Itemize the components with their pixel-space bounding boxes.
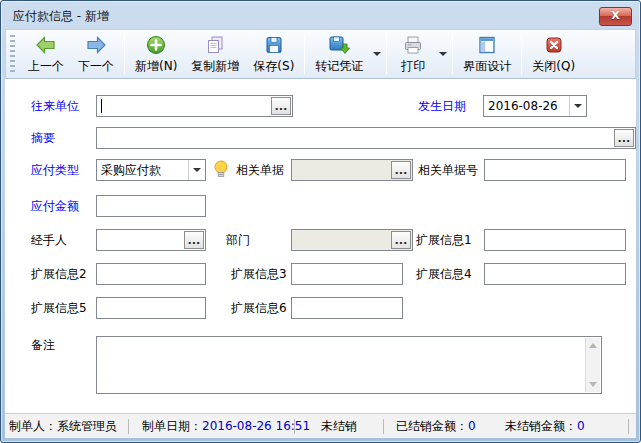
ext-info6-field[interactable] (291, 297, 403, 319)
creator-status: 制单人：系统管理员 (9, 414, 117, 439)
ext-info1-field[interactable] (484, 229, 626, 251)
titlebar-close-button[interactable]: X (599, 7, 632, 26)
scroll-up-button[interactable] (586, 338, 600, 353)
plus-circle-icon (145, 34, 167, 56)
settle-status-badge: 未结销 (321, 414, 357, 439)
copy-new-button[interactable]: 复制新增 (184, 31, 246, 77)
contact-unit-label: 往来单位 (31, 95, 79, 117)
lightbulb-icon (213, 159, 229, 184)
settled-amount-status: 已结销金额：0 (396, 414, 476, 439)
summary-field[interactable]: … (96, 127, 636, 149)
occur-date-label: 发生日期 (418, 95, 466, 117)
related-doc-browse-button[interactable]: … (391, 161, 411, 179)
contact-unit-field[interactable]: … (96, 95, 293, 117)
chevron-down-icon (439, 52, 447, 56)
related-doc-label: 相关单据 (236, 159, 284, 181)
ext-info4-field[interactable] (484, 263, 626, 285)
ext-info5-field[interactable] (96, 297, 206, 319)
statusbar-separator (628, 419, 629, 434)
arrow-left-icon (34, 34, 58, 56)
handler-browse-button[interactable]: … (184, 231, 204, 249)
scroll-down-button[interactable] (586, 377, 600, 392)
form-area: 往来单位 … 发生日期 2016-08-26 摘要 … 应付类型 采购应付款 相… (5, 79, 636, 413)
toolbar-separator (521, 34, 522, 74)
handler-label: 经手人 (31, 229, 67, 251)
ext-info2-label: 扩展信息2 (31, 263, 87, 285)
ext-info6-input[interactable] (292, 298, 402, 318)
floppy-arrow-icon (327, 34, 351, 56)
toolbar-separator (124, 34, 125, 74)
triangle-up-icon (589, 343, 597, 348)
toolbar-separator (304, 34, 305, 74)
create-date-status: 制单日期：2016-08-26 16:51 (142, 414, 310, 439)
ext-info6-label: 扩展信息6 (231, 297, 287, 319)
triangle-down-icon (589, 382, 597, 387)
new-button[interactable]: 新增(N) (128, 31, 184, 77)
dialog-window: 应付款信息 - 新增 X 上一个 下一个 新增(N) (0, 0, 641, 443)
toolbar-separator (386, 34, 387, 74)
payable-amount-input[interactable] (97, 196, 205, 216)
statusbar: 制单人：系统管理员 制单日期：2016-08-26 16:51 未结销 已结销金… (5, 413, 636, 438)
ext-info3-field[interactable] (291, 263, 403, 285)
window-title: 应付款信息 - 新增 (13, 8, 109, 25)
ext-info4-label: 扩展信息4 (416, 263, 472, 285)
previous-button[interactable]: 上一个 (21, 31, 71, 77)
close-red-icon (543, 34, 565, 56)
remark-label: 备注 (31, 334, 55, 356)
summary-browse-button[interactable]: … (614, 129, 634, 147)
statusbar-separator (294, 419, 295, 434)
layout-icon (476, 34, 498, 56)
related-doc-no-field[interactable] (484, 159, 626, 181)
payable-type-label: 应付类型 (31, 159, 79, 181)
text-caret (101, 99, 102, 113)
summary-input[interactable] (97, 128, 635, 148)
arrow-right-icon (84, 34, 108, 56)
statusbar-separator (128, 419, 129, 434)
ext-info1-input[interactable] (485, 230, 625, 250)
ext-info3-label: 扩展信息3 (231, 263, 287, 285)
payable-type-dropdown-button[interactable] (188, 160, 205, 180)
summary-label: 摘要 (31, 127, 55, 149)
chevron-down-icon (193, 168, 201, 172)
copy-icon (204, 34, 226, 56)
occur-date-dropdown-button[interactable] (569, 96, 586, 116)
payable-amount-label: 应付金额 (31, 195, 79, 217)
remark-textarea[interactable] (97, 337, 601, 393)
related-doc-field: … (291, 159, 413, 181)
contact-unit-browse-button[interactable]: … (271, 97, 291, 115)
post-voucher-dropdown[interactable] (370, 31, 383, 77)
remark-scrollbar[interactable] (585, 338, 600, 392)
payable-amount-field[interactable] (96, 195, 206, 217)
remark-field[interactable] (96, 336, 602, 394)
handler-field[interactable]: … (96, 229, 206, 251)
department-label: 部门 (226, 229, 250, 251)
print-button[interactable]: 打印 (390, 31, 436, 77)
unsettled-amount-status: 未结销金额：0 (505, 414, 585, 439)
payable-type-combo[interactable]: 采购应付款 (96, 159, 206, 181)
save-button[interactable]: 保存(S) (246, 31, 301, 77)
printer-icon (402, 34, 424, 56)
next-button[interactable]: 下一个 (71, 31, 121, 77)
titlebar[interactable]: 应付款信息 - 新增 X (1, 1, 640, 29)
ext-info1-label: 扩展信息1 (416, 229, 472, 251)
print-dropdown[interactable] (436, 31, 449, 77)
post-voucher-button[interactable]: 转记凭证 (308, 31, 370, 77)
related-doc-no-label: 相关单据号 (418, 159, 478, 181)
ext-info2-input[interactable] (97, 264, 205, 284)
contact-unit-input[interactable] (97, 96, 292, 116)
ui-design-button[interactable]: 界面设计 (456, 31, 518, 77)
toolbar-grip-handle[interactable] (10, 35, 15, 73)
related-doc-no-input[interactable] (485, 160, 625, 180)
floppy-icon (263, 34, 285, 56)
ext-info5-input[interactable] (97, 298, 205, 318)
toolbar: 上一个 下一个 新增(N) 复制新增 (5, 29, 636, 79)
statusbar-separator (383, 419, 384, 434)
occur-date-combo[interactable]: 2016-08-26 (483, 95, 587, 117)
ext-info3-input[interactable] (292, 264, 402, 284)
ext-info2-field[interactable] (96, 263, 206, 285)
chevron-down-icon (373, 52, 381, 56)
department-browse-button[interactable]: … (391, 231, 411, 249)
ext-info4-input[interactable] (485, 264, 625, 284)
close-button[interactable]: 关闭(Q) (525, 31, 582, 77)
department-field: … (291, 229, 413, 251)
